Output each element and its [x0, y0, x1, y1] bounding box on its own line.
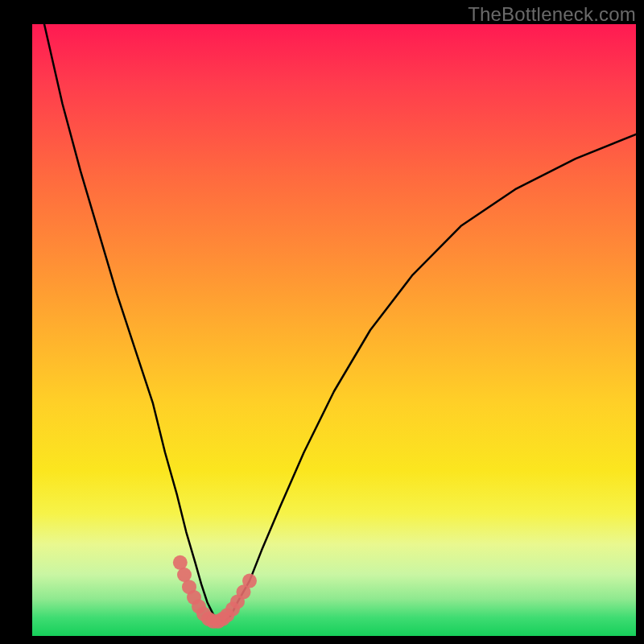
- highlight-marker: [242, 574, 257, 588]
- watermark-text: TheBottleneck.com: [468, 3, 636, 26]
- highlight-markers: [173, 555, 257, 629]
- plot-area: [32, 24, 636, 636]
- chart-frame: TheBottleneck.com: [0, 0, 644, 644]
- bottleneck-curve: [44, 24, 636, 621]
- curve-svg: [32, 24, 636, 636]
